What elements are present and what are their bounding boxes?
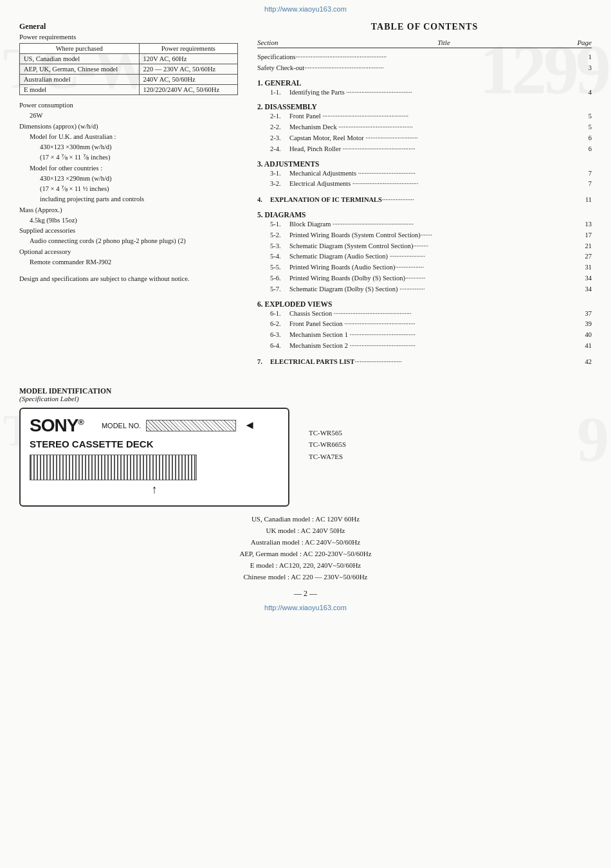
toc-entry-6-4: 6-4. Mechanism Section 2 ···············… <box>257 341 592 352</box>
toc-section-1: 1. GENERAL 1-1. Identifying the Parts ··… <box>257 79 592 98</box>
toc-page-2-4: 6 <box>572 144 592 155</box>
model-no-line: SONY® MODEL NO. ◄ <box>30 415 279 436</box>
toc-num-5-3: 5-3. <box>270 241 289 252</box>
supplied-value: Audio connecting cords (2 phono plug-2 p… <box>19 236 238 246</box>
toc-entry-2-4: 2-4. Head, Pinch Roller ················… <box>257 144 592 155</box>
power-consumption-value: 26W <box>19 111 238 121</box>
table-cell: 120V AC, 60Hz <box>139 54 237 64</box>
toc-section-7: 7. ELECTRICAL PARTS LIST ···············… <box>257 357 592 368</box>
table-cell: Australian model <box>20 75 140 85</box>
toc-section-5-heading: 5. DIAGRAMS <box>257 211 592 219</box>
toc-entry-5-4: 5-4. Schematic Diagram (Audio Section) ·… <box>257 251 592 262</box>
table-cell: AEP, UK, German, Chinese model <box>20 64 140 75</box>
toc-columns-header: Section Title Page <box>257 39 592 48</box>
model-tc-wr665s: TC-WR665S <box>309 439 346 451</box>
dim-uk-imperial: (17 × 4 ⁷⁄₈ × 11 ⁷⁄₈ inches) <box>19 152 238 163</box>
toc-section-3-heading: 3. ADJUSTMENTS <box>257 160 592 168</box>
dimensions-label: Dimensions (approx) (w/h/d) <box>19 122 238 132</box>
toc-entry-5-5: 5-5. Printed Wiring Boards (Audio Sectio… <box>257 262 592 273</box>
toc-col-title-header: Title <box>322 39 566 46</box>
toc-col-section-header: Section <box>257 39 322 46</box>
toc-text-5-1: Block Diagram ··························… <box>289 219 572 230</box>
toc-entry-6-1: 6-1. Chassis Section ···················… <box>257 309 592 320</box>
toc-text-3-1: Mechanical Adjustments ·················… <box>289 168 572 179</box>
toc-entry-4: 4. EXPLANATION OF IC TERMINALS ·········… <box>257 195 592 206</box>
toc-num-2-2: 2-2. <box>270 122 289 133</box>
toc-text-5-5: Printed Wiring Boards (Audio Section)···… <box>289 262 572 273</box>
toc-page-5-6: 34 <box>572 273 592 284</box>
toc-num-5-4: 5-4. <box>270 251 289 262</box>
table-header-where: Where purchased <box>20 44 140 54</box>
toc-entry-1-1: 1-1. Identifying the Parts ·············… <box>257 87 592 98</box>
toc-page-5-1: 13 <box>572 219 592 230</box>
table-row: US, Canadian model 120V AC, 60Hz <box>20 54 238 64</box>
toc-section-6-heading: 6. EXPLODED VIEWS <box>257 300 592 308</box>
arrow-right-icon: ◄ <box>244 419 255 432</box>
toc-dots-7: ···························· <box>354 357 572 368</box>
dim-note: including projecting parts and controls <box>19 194 238 204</box>
toc-page-6-2: 39 <box>572 319 592 330</box>
toc-page-3-2: 7 <box>572 179 592 190</box>
toc-page-6-1: 37 <box>572 309 592 320</box>
toc-num-7: 7. <box>257 357 270 368</box>
toc-text-safety: Safety Check-out························… <box>257 63 572 74</box>
arrow-down-icon: ↑ <box>152 483 158 496</box>
toc-page-6-3: 40 <box>572 330 592 341</box>
toc-num-6-4: 6-4. <box>270 341 289 352</box>
power-table: Where purchased Power requirements US, C… <box>19 43 238 95</box>
toc-text-2-1: Front Panel ····························… <box>289 111 572 122</box>
toc-page-5-2: 17 <box>572 230 592 241</box>
table-cell: 120/220/240V AC, 50/60Hz <box>139 85 237 95</box>
page-number: — 2 — <box>0 589 611 599</box>
model-tc-wa7es: TC-WA7ES <box>309 451 346 463</box>
left-column: General Power requirements Where purchas… <box>19 22 238 368</box>
dim-uk-metric: 430×123 ×300mm (w/h/d) <box>19 142 238 152</box>
toc-num-4: 4. <box>257 195 270 206</box>
table-header-req: Power requirements <box>139 44 237 54</box>
toc-num-5-1: 5-1. <box>270 219 289 230</box>
toc-section-6: 6. EXPLODED VIEWS 6-1. Chassis Section ·… <box>257 300 592 352</box>
toc-section-2: 2. DISASSEMBLY 2-1. Front Panel ········… <box>257 103 592 154</box>
toc-entry-5-3: 5-3. Schematic Diagram (System Control S… <box>257 241 592 252</box>
toc-entry-2-3: 2-3. Capstan Motor, Reel Motor ·········… <box>257 133 592 144</box>
optional-label: Optional accessory <box>19 247 238 257</box>
spec-line-3: AEP, German model : AC 220-230V~50/60Hz <box>19 548 592 559</box>
dim-uk: Model for U.K. and Australian : <box>19 132 238 142</box>
toc-num-5-5: 5-5. <box>270 262 289 273</box>
toc-text-6-1: Chassis Section ························… <box>289 309 572 320</box>
dim-other-imperial: (17 × 4 ⁷⁄₈ × 11 ½ inches) <box>19 184 238 194</box>
table-cell: 240V AC, 50/60Hz <box>139 75 237 85</box>
toc-text-5-2: Printed Wiring Boards (System Control Se… <box>289 230 572 241</box>
model-spec-list: US, Canadian model : AC 120V 60Hz UK mod… <box>19 513 592 583</box>
toc-num-3-2: 3-2. <box>270 179 289 190</box>
model-id-title: MODEL IDENTIFICATION <box>19 387 592 395</box>
model-id-box: SONY® MODEL NO. ◄ STEREO CASSETTE DECK ↑ <box>19 408 289 507</box>
spec-block: Power consumption 26W Dimensions (approx… <box>19 100 238 267</box>
table-cell: E model <box>20 85 140 95</box>
spec-line-4: E model : AC120, 220, 240V~50/60Hz <box>19 559 592 571</box>
mass-value: 4.5kg (9lbs 15oz) <box>19 215 238 226</box>
toc-num-1-1: 1-1. <box>270 87 289 98</box>
page: TC-W 1299 TC-WA7 9 http://www.xiaoyu163.… <box>0 0 611 868</box>
model-tc-wr565: TC-WR565 <box>309 427 346 439</box>
model-right-labels: TC-WR565 TC-WR665S TC-WA7ES <box>309 427 346 463</box>
model-no-label: MODEL NO. <box>102 422 141 429</box>
toc-entry-safety: Safety Check-out························… <box>257 63 592 74</box>
toc-num-2-3: 2-3. <box>270 133 289 144</box>
toc-entry-specifications: Specifications··························… <box>257 52 592 63</box>
toc-text-2-2: Mechanism Deck ·························… <box>289 122 572 133</box>
toc-page-safety: 3 <box>572 63 592 74</box>
toc-page-2-1: 5 <box>572 111 592 122</box>
dim-other-metric: 430×123 ×290mm (w/h/d) <box>19 174 238 184</box>
toc-num-2-4: 2-4. <box>270 144 289 155</box>
toc-title-7: ELECTRICAL PARTS LIST <box>270 357 354 368</box>
sony-logo: SONY® <box>30 415 84 436</box>
toc-entry-5-1: 5-1. Block Diagram ·····················… <box>257 219 592 230</box>
toc-num-5-2: 5-2. <box>270 230 289 241</box>
toc-page-5-3: 21 <box>572 241 592 252</box>
toc-entry-7: 7. ELECTRICAL PARTS LIST ···············… <box>257 357 592 368</box>
model-identification-section: MODEL IDENTIFICATION (Specification Labe… <box>19 387 592 583</box>
toc-text-6-2: Front Panel Section ····················… <box>289 319 572 330</box>
toc-section-5: 5. DIAGRAMS 5-1. Block Diagram ·········… <box>257 211 592 295</box>
toc-num-6-3: 6-3. <box>270 330 289 341</box>
